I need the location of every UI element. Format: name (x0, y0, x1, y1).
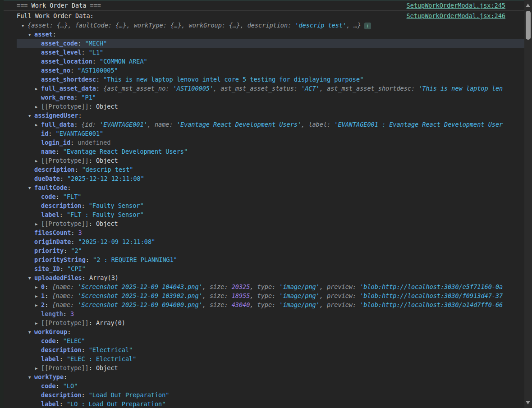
tree-row-segment: : (81, 49, 88, 56)
console-entry-work-order-data[interactable]: === Work Order Data === SetupWorkOrderMo… (0, 0, 524, 11)
tree-row-segment: code (41, 382, 56, 390)
tree-row[interactable]: login_id: undefined (0, 138, 524, 147)
tree-row[interactable]: code: "LO" (0, 381, 524, 390)
tree-row-segment: Array(0) (96, 319, 125, 326)
tree-row[interactable]: description: "Electrical" (0, 345, 524, 354)
tree-row-segment: 'EVANTAGE001 : Evantage React Developmen… (334, 121, 503, 128)
tree-row[interactable]: label: "ELEC : Electrical" (0, 354, 524, 363)
disclosure-triangle-icon[interactable]: ▼ (28, 30, 34, 39)
tree-row-segment: {id: (81, 121, 100, 128)
tree-row[interactable]: ▼workType: (0, 372, 524, 381)
disclosure-triangle-icon[interactable]: ▼ (28, 183, 34, 192)
tree-row[interactable]: ▼{asset: {…}, faultCode: {…}, workType: … (0, 21, 524, 30)
tree-row-segment: , ast_mst_asset_status: (213, 85, 301, 92)
disclosure-triangle-icon[interactable]: ▶ (35, 292, 41, 300)
tree-row[interactable]: ▼asset: (0, 30, 524, 39)
disclosure-triangle-icon[interactable]: ▼ (28, 274, 34, 282)
tree-row[interactable]: work_area: "P1" (0, 93, 524, 102)
tree-row[interactable]: ▶full_asset_data: {ast_mst_asset_no: 'AS… (0, 84, 524, 93)
tree-row[interactable]: originDate: "2025-12-09 12:11:08" (0, 237, 524, 246)
tree-row[interactable]: id: "EVANTAGE001" (0, 129, 524, 138)
tree-row[interactable]: ▶1: {name: 'Screenshot 2025-12-09 103902… (0, 291, 524, 300)
disclosure-triangle-icon[interactable]: ▶ (35, 120, 41, 129)
tree-row[interactable]: ▼faultCode: (0, 183, 524, 192)
tree-row-segment: "Load Out Preparation" (89, 391, 170, 399)
tree-row-segment: : (48, 130, 55, 137)
tree-row-segment: , label: (301, 121, 334, 128)
tree-row-segment: full_asset_data (41, 85, 96, 92)
tree-row-segment: [[Prototype]] (41, 157, 89, 164)
tree-row[interactable]: asset_code: "MECH" (17, 39, 524, 48)
source-link[interactable]: SetupWorkOrderModal.jsx:245 (407, 2, 505, 9)
disclosure-triangle-icon[interactable]: ▶ (35, 102, 41, 111)
tree-row-segment: : (89, 319, 96, 326)
tree-row[interactable]: ▶[[Prototype]]: Object (0, 363, 524, 372)
disclosure-triangle-icon[interactable]: ▶ (35, 84, 41, 93)
tree-row-segment: : (78, 112, 82, 119)
tree-row-segment: description (41, 202, 81, 209)
tree-row-segment: : (60, 400, 67, 408)
disclosure-triangle-icon[interactable]: ▶ (35, 364, 41, 372)
tree-row[interactable]: asset_shortdesc: "This is new laptop len… (0, 75, 524, 84)
disclosure-triangle-icon[interactable]: ▶ (35, 319, 41, 327)
disclosure-triangle-icon[interactable]: ▶ (35, 220, 41, 228)
tree-row-segment: : (74, 94, 81, 101)
tree-row[interactable]: ▶[[Prototype]]: Object (0, 219, 524, 228)
disclosure-triangle-icon[interactable]: ▼ (28, 373, 34, 381)
tree-row[interactable]: ▼workGroup: (0, 327, 524, 336)
scrollbar-thumb[interactable] (526, 11, 531, 40)
tree-row[interactable]: site_ID: "CPI" (0, 264, 524, 273)
tree-row[interactable]: priorityString: "2 : REQUIRE PLANNING1" (0, 255, 524, 264)
scroll-down-arrow-icon[interactable] (526, 401, 530, 404)
tree-row[interactable]: priority: "2" (0, 246, 524, 255)
tree-row[interactable]: length: 3 (0, 309, 524, 318)
tree-row-segment: : (56, 382, 63, 390)
tree-row[interactable]: ▶[[Prototype]]: Object (0, 102, 524, 111)
tree-row[interactable]: description: "Faulty Sensor" (0, 201, 524, 210)
tree-row[interactable]: label: "LO : Load Out Preparation" (0, 399, 524, 408)
vertical-scrollbar[interactable] (524, 0, 532, 408)
tree-row-segment: : (63, 310, 70, 317)
tree-row[interactable]: ▶[[Prototype]]: Array(0) (0, 318, 524, 327)
console-entry-header[interactable]: Full Work Order Data: SetupWorkOrderModa… (0, 11, 524, 21)
tree-row-segment: Array(3) (89, 274, 119, 281)
tree-row[interactable]: description: "Load Out Preparation" (0, 390, 524, 399)
tree-row[interactable]: ▶0: {name: 'Screenshot 2025-12-09 104043… (0, 282, 524, 291)
tree-row[interactable]: description: "descrip test" (0, 165, 524, 174)
tree-row[interactable]: code: "ELEC" (0, 336, 524, 345)
disclosure-triangle-icon[interactable]: ▶ (35, 301, 41, 309)
disclosure-triangle-icon[interactable]: ▼ (28, 328, 34, 336)
scroll-up-arrow-icon[interactable] (526, 4, 530, 7)
tree-row[interactable]: dueDate: "2025-12-12 12:11:08" (0, 174, 524, 183)
console-left-gutter (0, 0, 4, 408)
tree-row-segment: "LO" (63, 382, 78, 390)
tree-row[interactable]: label: "FLT : Faulty Sensor" (0, 210, 524, 219)
tree-row-segment: "ELEC" (63, 337, 85, 344)
tree-row[interactable]: asset_no: "AST100005" (0, 66, 524, 75)
disclosure-triangle-icon[interactable]: ▶ (35, 283, 41, 291)
tree-row[interactable]: asset_location: "COMMON AREA" (0, 57, 524, 66)
tree-row[interactable]: ▶[[Prototype]]: Object (0, 156, 524, 165)
tree-row[interactable]: ▶full_data: {id: 'EVANTAGE001', name: 'E… (0, 120, 524, 129)
tree-row[interactable]: ▼assignedUser: (0, 111, 524, 120)
tree-row[interactable]: name: "Evantage React Development Users" (0, 147, 524, 156)
tree-row-segment: workType (34, 373, 64, 380)
disclosure-triangle-icon[interactable]: ▶ (35, 156, 41, 165)
tree-row[interactable]: code: "FLT" (0, 192, 524, 201)
disclosure-triangle-icon[interactable]: ▼ (22, 21, 28, 30)
tree-row-segment: asset_level (41, 49, 81, 56)
tree-row-segment: "FLT" (63, 193, 82, 200)
tree-row-segment: "Electrical" (89, 346, 133, 353)
tree-row[interactable]: ▶2: {name: 'Screenshot 2025-12-09 094000… (0, 300, 524, 309)
tree-row[interactable]: ▼uploadedFiles: Array(3) (0, 273, 524, 282)
info-icon[interactable]: i (364, 23, 371, 29)
tree-row-segment: : (53, 31, 56, 38)
source-link[interactable]: SetupWorkOrderModal.jsx:246 (407, 12, 505, 19)
tree-row-segment: , preview: (320, 292, 360, 299)
tree-row-segment: : (81, 346, 88, 353)
disclosure-triangle-icon[interactable]: ▼ (28, 111, 34, 120)
tree-row-segment: 'blob:http://localhost:3030/f0913d47-37 (360, 292, 503, 299)
tree-row-segment: : (81, 391, 88, 399)
tree-row[interactable]: asset_level: "L1" (0, 48, 524, 57)
tree-row[interactable]: filesCount: 3 (0, 228, 524, 237)
